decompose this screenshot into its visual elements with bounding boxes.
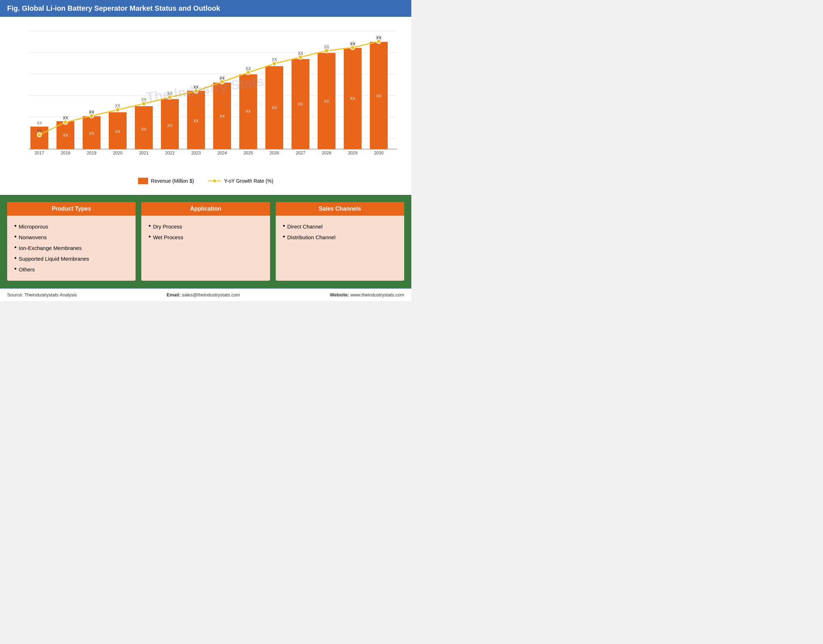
card-product-types: Product Types •Microporous •Nonwovens •I…	[7, 202, 135, 281]
list-item: •Dry Process	[149, 221, 263, 232]
svg-text:2029: 2029	[348, 150, 358, 156]
product-type-3: Ion-Exchange Membranes	[18, 243, 81, 253]
svg-text:2023: 2023	[191, 150, 201, 156]
svg-text:XX: XX	[115, 129, 121, 134]
product-type-5: Others	[18, 264, 35, 275]
legend-revenue-label: Revenue (Million $)	[151, 178, 194, 184]
svg-text:XX: XX	[246, 109, 251, 113]
svg-text:XX: XX	[37, 121, 42, 125]
list-item: •Direct Channel	[283, 221, 397, 232]
footer-source: Source: Theindustrystats Analysis	[7, 292, 77, 297]
list-item: •Distribution Channel	[283, 232, 397, 243]
card-sales-channels-header: Sales Channels	[276, 202, 404, 216]
svg-text:XX: XX	[350, 41, 356, 45]
legend-growth-label: Y-oY Growth Rate (%)	[224, 178, 273, 184]
list-item: •Microporous	[14, 221, 128, 232]
chart-wrapper: XX XX 2017 XX XX 2018 XX XX 2019 XX XX 2…	[11, 24, 401, 174]
list-item: •Others	[14, 264, 128, 275]
legend-revenue: Revenue (Million $)	[138, 178, 194, 184]
svg-text:XX: XX	[141, 97, 147, 101]
card-application-body: •Dry Process •Wet Process	[141, 216, 270, 248]
svg-text:2026: 2026	[270, 150, 279, 156]
legend-growth-icon	[208, 178, 221, 184]
svg-text:2030: 2030	[374, 150, 384, 156]
svg-text:XX: XX	[376, 35, 382, 39]
svg-text:XX: XX	[350, 96, 356, 100]
card-application-header: Application	[141, 202, 270, 216]
svg-text:XX: XX	[115, 103, 121, 107]
card-sales-channels-body: •Direct Channel •Distribution Channel	[276, 216, 404, 248]
svg-text:XX: XX	[63, 133, 68, 137]
footer-email: Email: sales@theindustrystats.com	[167, 292, 240, 297]
footer-email-value: sales@theindustrystats.com	[182, 292, 240, 297]
product-type-1: Microporous	[18, 221, 48, 232]
svg-point-64	[213, 179, 216, 183]
list-item: •Nonwovens	[14, 232, 128, 243]
dot-2017	[37, 133, 41, 137]
main-container: Fig. Global Li-ion Battery Seperator Mar…	[0, 0, 412, 301]
dot-2028	[324, 49, 329, 53]
svg-text:2027: 2027	[296, 150, 306, 156]
chart-svg: XX XX 2017 XX XX 2018 XX XX 2019 XX XX 2…	[11, 24, 401, 174]
dot-2021	[142, 101, 146, 106]
channel-2: Distribution Channel	[287, 232, 335, 243]
card-sales-channels: Sales Channels •Direct Channel •Distribu…	[276, 202, 404, 281]
dot-2020	[115, 107, 120, 112]
dot-2027	[298, 55, 302, 59]
svg-text:XX: XX	[220, 114, 225, 118]
dot-2026	[272, 61, 276, 66]
dot-2019	[89, 114, 94, 118]
chart-area: XX XX 2017 XX XX 2018 XX XX 2019 XX XX 2…	[0, 17, 412, 195]
svg-text:XX: XX	[193, 119, 199, 123]
list-item: •Ion-Exchange Membranes	[14, 243, 128, 253]
svg-text:2021: 2021	[139, 150, 149, 156]
svg-text:XX: XX	[141, 127, 147, 131]
legend-revenue-box	[138, 178, 148, 184]
dot-2029	[350, 45, 355, 50]
svg-text:2018: 2018	[61, 150, 71, 156]
svg-text:2020: 2020	[113, 150, 123, 156]
footer-website: Website: www.theindustrystats.com	[330, 292, 404, 297]
list-item: •Supported Liquid Membranes	[14, 253, 128, 264]
application-1: Dry Process	[153, 221, 183, 232]
svg-text:XX: XX	[376, 94, 382, 98]
footer-website-label: Website:	[330, 292, 350, 297]
svg-text:XX: XX	[324, 99, 329, 103]
svg-text:XX: XX	[246, 66, 251, 71]
page-title: Fig. Global Li-ion Battery Seperator Mar…	[0, 0, 412, 17]
svg-text:2028: 2028	[322, 150, 332, 156]
svg-text:XX: XX	[63, 116, 68, 120]
application-2: Wet Process	[153, 232, 183, 243]
svg-text:2019: 2019	[87, 150, 97, 156]
svg-text:XX: XX	[167, 123, 173, 128]
card-product-types-header: Product Types	[7, 202, 135, 216]
cards-section: Product Types •Microporous •Nonwovens •I…	[0, 195, 412, 288]
svg-text:XX: XX	[324, 44, 329, 49]
card-application: Application •Dry Process •Wet Process	[141, 202, 270, 281]
product-type-4: Supported Liquid Membranes	[18, 253, 89, 264]
dot-2018	[63, 120, 68, 124]
svg-text:XX: XX	[272, 57, 277, 61]
footer-website-value: www.theindustrystats.com	[350, 292, 404, 297]
channel-1: Direct Channel	[287, 221, 322, 232]
svg-text:2017: 2017	[35, 150, 45, 156]
card-product-types-body: •Microporous •Nonwovens •Ion-Exchange Me…	[7, 216, 135, 281]
product-type-2: Nonwovens	[18, 232, 46, 243]
footer-email-label: Email:	[167, 292, 182, 297]
watermark-sub: m a r k e t r e s e a r c h	[147, 101, 265, 107]
legend-growth: Y-oY Growth Rate (%)	[208, 178, 273, 184]
dot-2025	[246, 71, 250, 75]
svg-text:2024: 2024	[218, 150, 227, 156]
svg-text:XX: XX	[89, 131, 94, 135]
svg-text:XX: XX	[298, 102, 303, 106]
svg-text:XX: XX	[272, 106, 277, 110]
svg-text:XX: XX	[298, 51, 303, 55]
svg-text:2022: 2022	[165, 150, 175, 156]
footer: Source: Theindustrystats Analysis Email:…	[0, 288, 412, 301]
svg-text:XX: XX	[89, 109, 94, 114]
chart-legend: Revenue (Million $) Y-oY Growth Rate (%)	[11, 174, 401, 191]
svg-text:2025: 2025	[244, 150, 253, 156]
list-item: •Wet Process	[149, 232, 263, 243]
svg-text:XX: XX	[37, 128, 42, 133]
dot-2030	[377, 39, 381, 44]
